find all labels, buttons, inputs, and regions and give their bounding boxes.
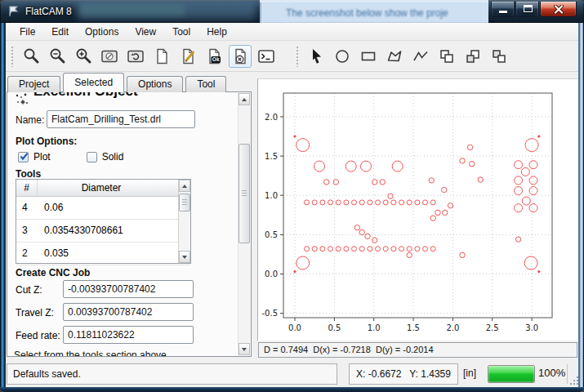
toolbar-button-draw-polyline[interactable] [409, 45, 432, 68]
menu-item-help[interactable]: Help [198, 24, 235, 39]
toolbar-button-zoom-in[interactable] [72, 45, 95, 68]
flatcam-window: The screenshot below show the proje Flat… [0, 0, 584, 392]
menubar: FileEditOptionsViewToolHelp [6, 23, 578, 41]
draw-circle-icon [333, 47, 351, 65]
svg-text:3.0: 3.0 [525, 323, 538, 332]
progress-bar [488, 365, 535, 383]
svg-text:2.0: 2.0 [446, 323, 459, 332]
menu-item-file[interactable]: File [11, 24, 43, 39]
titlebar[interactable]: The screenshot below show the proje Flat… [0, 0, 584, 23]
toolbar-button-zoom-out[interactable] [46, 45, 69, 68]
menu-item-options[interactable]: Options [77, 24, 127, 39]
checkbox-plot[interactable]: Plot [18, 151, 51, 163]
triangle-up-icon [242, 98, 247, 101]
feedrate-input[interactable] [63, 326, 194, 344]
svg-text:1.5: 1.5 [407, 323, 420, 332]
plot-canvas[interactable]: 0.00.51.01.52.02.53.0-0.50.00.51.01.52.0 [257, 78, 579, 341]
menu-item-edit[interactable]: Edit [43, 24, 77, 39]
toolbar-button-pointer[interactable] [305, 45, 328, 68]
tools-header-diameter[interactable]: Diameter [38, 180, 165, 196]
background-window: The screenshot below show the proje [260, 0, 488, 23]
tab-project[interactable]: Project [7, 76, 60, 92]
mouse-coordinates: X: -0.6672 Y: 1.4359 [349, 363, 458, 385]
checkbox-solid[interactable]: Solid [87, 151, 124, 163]
replot-icon [127, 47, 145, 65]
name-label: Name: [16, 114, 44, 126]
field-row-cutz: Cut Z: [16, 278, 195, 301]
scroll-up-button[interactable] [239, 93, 250, 105]
field-row-feedrate: Feed rate: [16, 324, 195, 347]
tools-header-number[interactable]: # [16, 180, 38, 196]
travelz-input[interactable] [63, 303, 194, 321]
tab-tool[interactable]: Tool [185, 76, 226, 92]
tool-row[interactable]: 40.06 [16, 197, 190, 220]
status-message: Defaults saved. [7, 363, 337, 385]
window-frame-bottom [0, 387, 584, 392]
toolbar-button-draw-rectangle[interactable] [357, 45, 380, 68]
svg-text:1.0: 1.0 [368, 323, 381, 332]
maximize-icon [524, 5, 533, 12]
maximize-button[interactable] [515, 2, 539, 17]
toolbar-button-clear-plot[interactable] [98, 45, 121, 68]
cancel-file-icon [231, 47, 249, 65]
checkbox-label: Solid [102, 151, 124, 163]
toolbar-button-draw-circle[interactable] [331, 45, 354, 68]
copy-geometry-icon [464, 47, 482, 65]
panel-scrollbar[interactable] [238, 93, 250, 355]
cnc-heading: Create CNC Job [16, 267, 90, 278]
checkbox-unchecked-icon [87, 152, 97, 163]
svg-text:1.5: 1.5 [265, 152, 278, 161]
toolbar-drag-handle[interactable] [296, 46, 300, 67]
toolbar-button-draw-polygon[interactable] [383, 45, 406, 68]
field-row-travelz: Travel Z: [16, 301, 195, 324]
scroll-up-button[interactable] [179, 180, 190, 192]
ok-file-icon: Ok [205, 47, 223, 65]
toolbar-button-ok-file[interactable]: Ok [203, 45, 225, 68]
window-frame-left [0, 23, 6, 392]
toolbar-button-zoom-fit[interactable] [20, 45, 42, 68]
scroll-down-button[interactable] [239, 343, 250, 355]
tab-selected[interactable]: Selected [63, 73, 124, 92]
tools-table-scrollbar[interactable] [178, 180, 190, 263]
cutz-input[interactable] [63, 280, 194, 298]
toolbar-button-merge[interactable] [488, 45, 510, 68]
toolbar-button-copy-geometry[interactable] [461, 45, 484, 68]
toolbar-drag-handle[interactable] [11, 46, 15, 67]
tools-hint: Select from the tools section above [14, 350, 167, 357]
triangle-down-icon [182, 256, 187, 259]
menu-item-tool[interactable]: Tool [164, 24, 198, 39]
minimize-button[interactable] [491, 2, 515, 17]
toolbar-button-edit-file[interactable] [176, 45, 199, 68]
checkbox-label: Plot [33, 151, 51, 163]
scroll-down-button[interactable] [179, 251, 190, 263]
svg-text:0.5: 0.5 [265, 230, 278, 239]
travelz-label: Travel Z: [16, 307, 54, 318]
background-window-text: The screenshot below show the proje [286, 7, 488, 19]
tools-label: Tools [16, 168, 41, 180]
toolbar-button-union[interactable] [435, 45, 458, 68]
toolbar-button-cancel-file[interactable] [229, 45, 252, 68]
scrollbar-thumb[interactable] [179, 194, 190, 212]
tool-diameter: 0.035 [38, 243, 69, 265]
tab-options[interactable]: Options [127, 76, 183, 92]
union-icon [438, 47, 456, 65]
progress-percent: 100% [538, 367, 565, 379]
toolbar-button-replot[interactable] [124, 45, 147, 68]
scrollbar-thumb[interactable] [239, 144, 250, 243]
name-input[interactable] [47, 110, 195, 128]
app-icon [7, 4, 21, 21]
tool-diameter: 0.06 [38, 197, 63, 219]
units-label: [in] [463, 368, 476, 379]
toolbar-button-shell[interactable] [255, 45, 278, 68]
toolbar-button-new-file[interactable] [150, 45, 173, 68]
svg-text:0.0: 0.0 [265, 270, 278, 278]
window-frame-right [578, 23, 584, 392]
tool-row[interactable]: 30.0354330708661 [16, 220, 190, 243]
menu-item-view[interactable]: View [127, 24, 164, 39]
tool-row[interactable]: 20.035 [16, 243, 190, 265]
tool-number: 2 [16, 243, 38, 265]
close-button[interactable] [540, 2, 577, 17]
new-file-icon [153, 47, 171, 65]
window-controls [490, 2, 577, 17]
merge-icon [490, 47, 508, 65]
